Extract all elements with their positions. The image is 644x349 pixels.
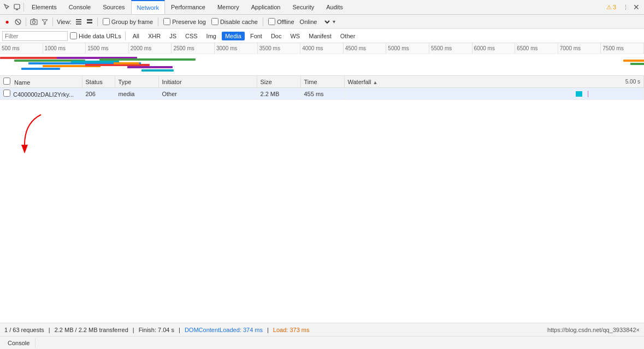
filter-tab-js[interactable]: JS	[166, 32, 180, 40]
cell-size: 2.2 MB	[257, 88, 300, 100]
table-header: Name Status Type Initiator Size Time	[0, 76, 644, 88]
device-icon[interactable]	[12, 2, 22, 12]
timeline-tick: 3000 ms	[215, 43, 258, 54]
col-name[interactable]: Name	[0, 76, 82, 88]
timeline-tick: 1000 ms	[43, 43, 86, 54]
timeline-header: 500 ms1000 ms1500 ms2000 ms2500 ms3000 m…	[0, 43, 644, 76]
timeline-bar	[114, 62, 139, 64]
svg-rect-1	[16, 9, 18, 10]
tab-performance[interactable]: Performance	[165, 0, 211, 14]
tab-network[interactable]: Network	[131, 0, 165, 14]
timeline-bar	[630, 63, 644, 65]
network-throttle-select[interactable]: Online Fast 3G Slow 3G Offline	[298, 18, 332, 26]
tab-memory[interactable]: Memory	[211, 0, 245, 14]
filter-tab-font[interactable]: Font	[247, 32, 265, 40]
tab-console[interactable]: Console	[63, 0, 97, 14]
row-checkbox[interactable]	[3, 90, 10, 97]
svg-point-5	[33, 21, 36, 23]
col-status[interactable]: Status	[82, 76, 115, 88]
cell-status: 206	[82, 88, 115, 100]
devtools-tab-bar: Elements Console Sources Network Perform…	[0, 0, 644, 15]
toolbar-divider-2	[52, 17, 53, 26]
filter-tab-ws[interactable]: WS	[287, 32, 303, 40]
timeline-ruler: 500 ms1000 ms1500 ms2000 ms2500 ms3000 m…	[0, 43, 644, 54]
timeline-bar	[141, 69, 174, 72]
offline-input[interactable]	[268, 18, 275, 25]
throttle-dropdown-icon[interactable]: ▾	[333, 19, 335, 25]
filter-tab-img[interactable]: Img	[203, 32, 220, 40]
svg-rect-4	[31, 20, 37, 25]
network-table-container[interactable]: Name Status Type Initiator Size Time	[0, 76, 644, 309]
filter-tab-xhr[interactable]: XHR	[145, 32, 164, 40]
timeline-bar	[127, 66, 173, 68]
cell-type: media	[115, 88, 158, 100]
filter-tab-media[interactable]: Media	[222, 32, 245, 40]
tab-elements[interactable]: Elements	[26, 0, 63, 14]
timeline-tick: 6500 ms	[515, 43, 558, 54]
offline-checkbox[interactable]: Offline	[268, 18, 294, 25]
filter-tab-css[interactable]: CSS	[182, 32, 201, 40]
table-body: C400000zDALI2Yrky... 206 media Other 2.2…	[0, 88, 644, 100]
hide-data-urls-input[interactable]	[70, 32, 77, 39]
waterfall-request-bar	[576, 91, 582, 97]
col-waterfall[interactable]: Waterfall ▲ 5.00 s	[344, 76, 644, 88]
timeline-bar	[623, 60, 644, 62]
inspect-icon[interactable]	[2, 2, 12, 12]
hide-data-urls-checkbox[interactable]: Hide data URLs	[70, 32, 121, 39]
timeline-tick: 500 ms	[0, 43, 43, 54]
screenshot-button[interactable]	[29, 17, 39, 27]
preserve-log-input[interactable]	[163, 18, 170, 25]
filter-divider	[125, 32, 126, 40]
tab-audits[interactable]: Audits	[320, 0, 349, 14]
filter-row: Hide data URLs All XHR JS CSS Img Media …	[0, 29, 644, 43]
timeline-tick: 5500 ms	[429, 43, 472, 54]
svg-rect-7	[76, 21, 81, 22]
clear-button[interactable]	[13, 17, 23, 27]
col-size[interactable]: Size	[257, 76, 300, 88]
table-row[interactable]: C400000zDALI2Yrky... 206 media Other 2.2…	[0, 88, 644, 100]
list-view-icon[interactable]	[74, 17, 84, 27]
filter-tab-manifest[interactable]: Manifest	[305, 32, 335, 40]
warning-badge[interactable]: ⚠ 3	[606, 4, 616, 11]
filter-icon[interactable]	[40, 17, 50, 27]
filter-tab-other[interactable]: Other	[337, 32, 359, 40]
filter-input[interactable]	[2, 31, 68, 41]
col-type[interactable]: Type	[115, 76, 158, 88]
more-tabs-icon[interactable]: ⋮	[621, 2, 631, 13]
sort-arrow: ▲	[373, 80, 378, 85]
svg-line-3	[16, 20, 20, 23]
disable-cache-checkbox[interactable]: Disable cache	[211, 18, 258, 25]
preserve-log-checkbox[interactable]: Preserve log	[163, 18, 206, 25]
timeline-tick: 3500 ms	[258, 43, 301, 54]
timeline-tick: 6000 ms	[472, 43, 516, 54]
cell-time: 455 ms	[300, 88, 344, 100]
close-devtools-icon[interactable]: ✕	[631, 1, 642, 14]
svg-rect-6	[76, 19, 81, 20]
timeline-tick: 4500 ms	[344, 43, 387, 54]
col-time[interactable]: Time	[300, 76, 344, 88]
timeline-tick: 7000 ms	[558, 43, 601, 54]
cell-name[interactable]: C400000zDALI2Yrky...	[0, 88, 82, 100]
tab-security[interactable]: Security	[286, 0, 320, 14]
network-toolbar: ● View:	[0, 15, 644, 29]
record-button[interactable]: ●	[2, 17, 12, 27]
group-by-frame-input[interactable]	[103, 18, 110, 25]
timeline-tick: 1500 ms	[86, 43, 129, 54]
tab-application[interactable]: Application	[245, 0, 287, 14]
col-initiator[interactable]: Initiator	[158, 76, 257, 88]
select-all-checkbox[interactable]	[3, 78, 10, 85]
filter-tab-doc[interactable]: Doc	[268, 32, 285, 40]
filter-tab-all[interactable]: All	[129, 32, 143, 40]
view-label: View:	[57, 19, 72, 25]
large-rows-icon[interactable]	[85, 17, 94, 27]
group-by-frame-checkbox[interactable]: Group by frame	[103, 18, 153, 25]
timeline-tick: 7500 ms	[601, 43, 644, 54]
svg-rect-10	[87, 22, 92, 23]
toolbar-divider-5	[263, 17, 263, 26]
tab-sources[interactable]: Sources	[97, 0, 131, 14]
toolbar-divider-3	[97, 17, 98, 26]
timeline-tick: 2500 ms	[172, 43, 215, 54]
timeline-tick: 4000 ms	[300, 43, 344, 54]
disable-cache-input[interactable]	[211, 18, 218, 25]
waterfall-vertical-line	[588, 91, 588, 97]
